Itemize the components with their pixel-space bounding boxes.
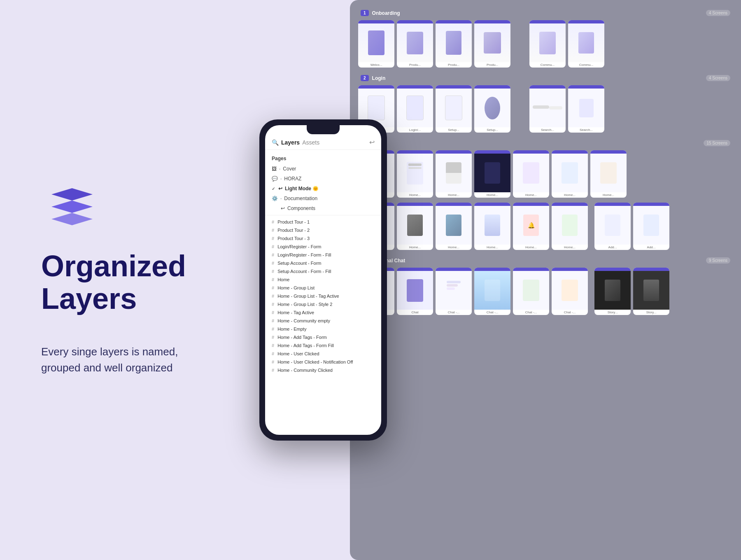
home-label-3: Home... [436,192,472,198]
thumbs-login: Login/... Login/... Setu [358,85,733,133]
section-count-login: 4 Screens [706,75,730,81]
home-thumb-12[interactable]: 🔔 Home... [513,203,549,250]
section-header-onboarding: 1 Onboarding 4 Screens [358,8,733,18]
layer-home-add-tags-form[interactable]: # Home - Add Tags - Form [265,333,381,341]
home-thumb-13[interactable]: Home... [552,203,588,250]
headline-line2: Layers [41,282,206,315]
thumb-1[interactable]: Welco... [358,20,394,68]
home-thumb-9[interactable]: Home... [397,203,433,250]
home-thumb-4[interactable]: Home... [474,150,510,198]
login-thumb-4[interactable]: Setup... [474,85,510,133]
chat-label-6: Chat -... [552,310,588,315]
layer-setup-account-form[interactable]: # Setup Account - Form [265,259,381,267]
chat-label-3: Chat -... [436,310,472,315]
thumb-5[interactable]: Commu... [529,20,566,68]
section-count: 4 Screens [706,10,730,16]
hash-icon-6: # [272,261,274,266]
story-thumb-2[interactable]: Story... [633,268,669,315]
page-arrow-lightmode: ↩ [278,186,282,191]
page-item-horaz[interactable]: 💬 · HORAZ [265,174,381,184]
thumb-label-1: Welco... [358,62,394,68]
section-num: 1 [361,10,369,16]
layer-home-group-list-tag-active[interactable]: # Home - Group List - Tag Active [265,292,381,300]
title-wrap: 1 Onboarding [361,10,400,16]
pages-label: Pages [265,154,381,164]
home-label-7: Home... [590,192,627,198]
section-name: Onboarding [372,10,400,16]
add-comm-thumb-1[interactable]: Add... [594,203,631,250]
thumb-6[interactable]: Commu... [568,20,604,68]
hash-icon-4: # [272,244,274,249]
thumb-label-3: Produ... [436,62,472,68]
layer-home-user-clicked-notif-off[interactable]: # Home - User Clicked - Notification Off [265,358,381,366]
layer-home-user-clicked[interactable]: # Home - User Clicked [265,350,381,358]
home-thumb-10[interactable]: Home... [436,203,472,250]
section-name-login: Login [372,75,386,81]
layer-home-group-list[interactable]: # Home - Group List [265,284,381,292]
home-thumb-5[interactable]: Home... [513,150,549,198]
hash-icon-10: # [272,294,274,299]
pages-section: Pages 🖼 · Cover 💬 · HORAZ ✓ [265,150,381,215]
page-icon-horaz: 💬 [272,176,278,182]
left-section: Organized Layers Every singe layers is n… [0,151,239,409]
hash-icon-1: # [272,219,274,224]
frame-section-chat: 4 Personal Chat 9 Screens Chat -... [358,256,733,315]
thumb-4[interactable]: Produ... [474,20,510,68]
frames-panel: 1 Onboarding 4 Screens Welco... [350,0,741,560]
page-item-cover[interactable]: 🖼 · Cover [265,164,381,174]
page-item-documentation[interactable]: ⚙️ · Documentation [265,194,381,203]
chat-thumb-4[interactable]: Chat -... [474,268,510,315]
layer-login-register-form-fill[interactable]: # Login/Register - Form - Fill [265,251,381,259]
chat-thumb-2[interactable]: Chat [397,268,433,315]
phone-notch [307,125,340,134]
frame-section-home: 3 Home 15 Screens Home... [358,138,733,250]
phone-screen: 🔍 Layers Assets ↩ Pages 🖼 · Cover [265,125,381,435]
login-thumb-2[interactable]: Login/... [397,85,433,133]
layer-setup-account-form-fill[interactable]: # Setup Account - Form - Fill [265,267,381,275]
page-label-docs: Documentation [284,196,317,201]
search-thumb-2[interactable]: Search... [568,85,604,133]
layer-home[interactable]: # Home [265,275,381,284]
story-thumb-1[interactable]: Story... [594,268,631,315]
login-thumb-3[interactable]: Setup... [436,85,472,133]
home-thumb-6[interactable]: Home... [552,150,588,198]
thumb-3[interactable]: Produ... [436,20,472,68]
hash-icon-15: # [272,335,274,340]
home-thumb-11[interactable]: Home... [474,203,510,250]
layers-panel: 🔍 Layers Assets ↩ Pages 🖼 · Cover [265,125,381,435]
home-thumb-3[interactable]: Home... [436,150,472,198]
layer-product-tour-3[interactable]: # Product Tour - 3 [265,234,381,243]
chat-label-4: Chat -... [474,310,510,315]
layer-product-tour-1[interactable]: # Product Tour - 1 [265,218,381,226]
thumb-label-4: Produ... [474,62,510,68]
page-item-lightmode[interactable]: ✓ ↩ Light Mode 🌞 [265,184,381,194]
page-item-components[interactable]: ↩ Components [265,203,381,213]
chat-label-2: Chat [397,310,433,315]
search-thumb-1[interactable]: Search... [529,85,566,133]
layer-product-tour-2[interactable]: # Product Tour - 2 [265,226,381,234]
home-thumb-2[interactable]: Home... [397,150,433,198]
layer-home-community-empty[interactable]: # Home - Community empty [265,317,381,325]
layer-home-community-clicked[interactable]: # Home - Community Clicked [265,366,381,374]
layer-home-group-list-style-2[interactable]: # Home - Group List - Style 2 [265,300,381,308]
layer-home-tag-active[interactable]: # Home - Tag Active [265,308,381,317]
home-thumb-7[interactable]: Home... [590,150,627,198]
layer-home-add-tags-form-fill[interactable]: # Home - Add Tags - Form Fill [265,341,381,350]
layer-login-register-form[interactable]: # Login/Register - Form [265,243,381,251]
thumbs-chat: Chat -... Chat Chat -... [358,268,733,315]
login-label-2: Login/... [397,127,433,133]
frame-section-onboarding: 1 Onboarding 4 Screens Welco... [358,8,733,68]
panel-collapse-icon[interactable]: ↩ [369,138,375,146]
frame-section-login: 2 Login 4 Screens Login/... [358,73,733,133]
chat-thumb-5[interactable]: Chat -... [513,268,549,315]
chat-thumb-3[interactable]: Chat -... [436,268,472,315]
chat-thumb-6[interactable]: Chat -... [552,268,588,315]
home-label-5: Home... [513,192,549,198]
home-label-12: Home... [513,245,549,250]
right-area: 1 Onboarding 4 Screens Welco... [239,0,741,560]
hash-icon-5: # [272,252,274,257]
thumb-2[interactable]: Produ... [397,20,433,68]
add-comm-thumb-2[interactable]: Add... [633,203,669,250]
home-label-11: Home... [474,245,510,250]
layer-home-empty[interactable]: # Home - Empty [265,325,381,333]
